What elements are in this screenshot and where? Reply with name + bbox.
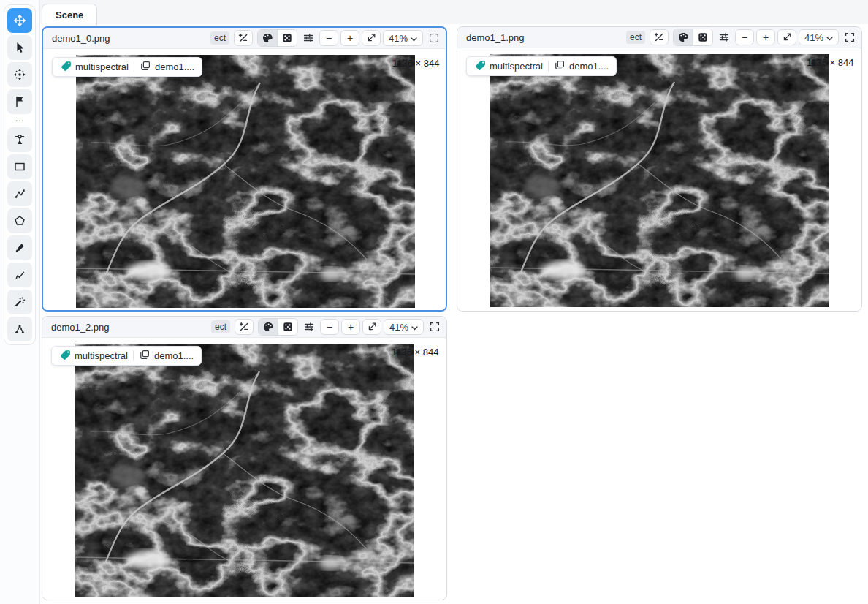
point-icon bbox=[13, 133, 26, 146]
image-dimensions-label: 1136 × 844 bbox=[392, 58, 439, 69]
zoom-in-button[interactable]: + bbox=[340, 30, 359, 46]
tag-group[interactable]: demo1.... bbox=[554, 59, 609, 73]
palette-button[interactable] bbox=[674, 29, 693, 45]
rectangle-icon bbox=[13, 160, 26, 173]
tool-smart-wand[interactable] bbox=[7, 290, 32, 314]
fullscreen-button[interactable] bbox=[428, 321, 441, 333]
tool-move[interactable] bbox=[7, 8, 32, 33]
toolbox: ⋯ bbox=[4, 4, 36, 345]
flag-icon bbox=[13, 95, 26, 108]
select-hint-chip[interactable]: ect bbox=[211, 320, 230, 333]
zoom-controls: − + 41% bbox=[319, 30, 423, 46]
select-hint-chip[interactable]: ect bbox=[210, 31, 229, 45]
tag-multispectral[interactable]: multispectral bbox=[474, 59, 543, 73]
fullscreen-button[interactable] bbox=[427, 32, 441, 44]
zoom-level-dropdown[interactable]: 41% bbox=[384, 319, 424, 335]
tune-sliders-button[interactable] bbox=[302, 32, 315, 44]
chevron-down-icon bbox=[411, 33, 417, 44]
select-hint-chip[interactable]: ect bbox=[626, 31, 645, 44]
tab-strip bbox=[39, 0, 868, 24]
tool-cursor[interactable] bbox=[7, 35, 32, 60]
tag-group[interactable]: demo1.... bbox=[140, 60, 194, 74]
zoom-level-value: 41% bbox=[804, 32, 823, 43]
tool-pen[interactable] bbox=[7, 263, 32, 287]
tag-divider bbox=[133, 350, 134, 361]
panel-0-header: demo1_0.png ect − + 41% bbox=[43, 28, 446, 49]
zoom-out-button[interactable]: − bbox=[320, 319, 339, 335]
zoom-level-dropdown[interactable]: 41% bbox=[799, 29, 839, 45]
polyline-icon bbox=[13, 187, 26, 200]
layers-icon bbox=[554, 59, 566, 73]
tool-flag[interactable] bbox=[7, 89, 32, 114]
tag-label: demo1.... bbox=[154, 350, 194, 361]
image-demo1-0[interactable] bbox=[76, 55, 415, 308]
chevron-down-icon bbox=[411, 322, 418, 333]
palette-button[interactable] bbox=[259, 319, 278, 335]
tag-group[interactable]: demo1.... bbox=[139, 349, 194, 363]
tool-brush[interactable] bbox=[7, 235, 32, 260]
chevron-down-icon bbox=[826, 32, 833, 43]
panel-1-title: demo1_1.png bbox=[466, 32, 626, 43]
tool-rectangle[interactable] bbox=[7, 154, 32, 179]
tune-sliders-button[interactable] bbox=[302, 321, 316, 333]
image-dimensions-label: 1136 × 844 bbox=[392, 347, 438, 358]
zoom-level-value: 41% bbox=[389, 322, 408, 333]
zoom-in-button[interactable]: + bbox=[756, 29, 775, 45]
exposure-button[interactable] bbox=[234, 30, 253, 46]
tag-divider bbox=[548, 61, 549, 72]
fullscreen-button[interactable] bbox=[843, 31, 856, 43]
tag-label: demo1.... bbox=[569, 61, 609, 72]
cursor-icon bbox=[13, 41, 26, 54]
layers-icon bbox=[139, 349, 151, 363]
tag-icon bbox=[474, 59, 486, 73]
zoom-out-button[interactable]: − bbox=[735, 29, 754, 45]
move-icon bbox=[13, 14, 26, 27]
image-panel-2: demo1_2.png ect − + 41% 1136 × 844 bbox=[42, 316, 447, 600]
dice-button[interactable] bbox=[278, 319, 297, 335]
tag-icon bbox=[60, 60, 72, 74]
panel-2-header: demo1_2.png ect − + 41% bbox=[42, 317, 446, 338]
image-demo1-1[interactable] bbox=[490, 54, 829, 307]
tag-bar: multispectral demo1.... bbox=[52, 57, 202, 77]
tool-transform[interactable] bbox=[7, 62, 32, 87]
panel-2-canvas: 1136 × 844 multispectral demo1.... bbox=[42, 338, 446, 600]
panel-1-canvas: 1136 × 844 multispectral demo1.... bbox=[457, 48, 861, 312]
magic-wand-icon bbox=[13, 295, 26, 309]
view-mode-group bbox=[673, 29, 713, 46]
tool-graph[interactable] bbox=[7, 317, 32, 341]
zoom-level-dropdown[interactable]: 41% bbox=[383, 30, 423, 46]
tag-bar: multispectral demo1.... bbox=[51, 346, 202, 366]
toolbox-divider: ⋯ bbox=[15, 116, 25, 125]
image-panel-0: demo1_0.png ect − + 41% 1136 × 844 bbox=[42, 26, 447, 312]
zoom-out-button[interactable]: − bbox=[319, 30, 338, 46]
tab-scene[interactable]: Scene bbox=[42, 4, 97, 25]
dice-button[interactable] bbox=[693, 29, 712, 45]
image-demo1-2[interactable] bbox=[75, 344, 414, 597]
polygon-icon bbox=[13, 214, 26, 227]
fit-view-button[interactable] bbox=[362, 30, 381, 46]
tool-polyline[interactable] bbox=[7, 181, 32, 206]
exposure-button[interactable] bbox=[235, 319, 254, 335]
zoom-level-value: 41% bbox=[389, 33, 408, 44]
fit-view-button[interactable] bbox=[777, 29, 796, 45]
tune-sliders-button[interactable] bbox=[717, 31, 731, 43]
tag-label: multispectral bbox=[75, 350, 128, 361]
tag-bar: multispectral demo1.... bbox=[466, 56, 617, 76]
exposure-button[interactable] bbox=[650, 29, 669, 45]
palette-button[interactable] bbox=[258, 30, 277, 46]
zoom-in-button[interactable]: + bbox=[341, 319, 360, 335]
transform-icon bbox=[13, 68, 26, 81]
tool-point[interactable] bbox=[7, 127, 32, 152]
tag-multispectral[interactable]: multispectral bbox=[59, 349, 128, 363]
fit-view-button[interactable] bbox=[362, 319, 381, 335]
tag-multispectral[interactable]: multispectral bbox=[60, 60, 129, 74]
image-dimensions-label: 1136 × 844 bbox=[807, 57, 853, 68]
view-mode-group bbox=[258, 318, 298, 336]
tool-polygon[interactable] bbox=[7, 208, 32, 233]
panel-0-title: demo1_0.png bbox=[52, 33, 210, 44]
zoom-controls: − + 41% bbox=[735, 29, 839, 45]
panel-0-canvas: 1136 × 844 multispectral demo1.... bbox=[43, 49, 446, 311]
graph-icon bbox=[13, 322, 26, 336]
tab-scene-label: Scene bbox=[56, 10, 83, 20]
dice-button[interactable] bbox=[277, 30, 297, 46]
